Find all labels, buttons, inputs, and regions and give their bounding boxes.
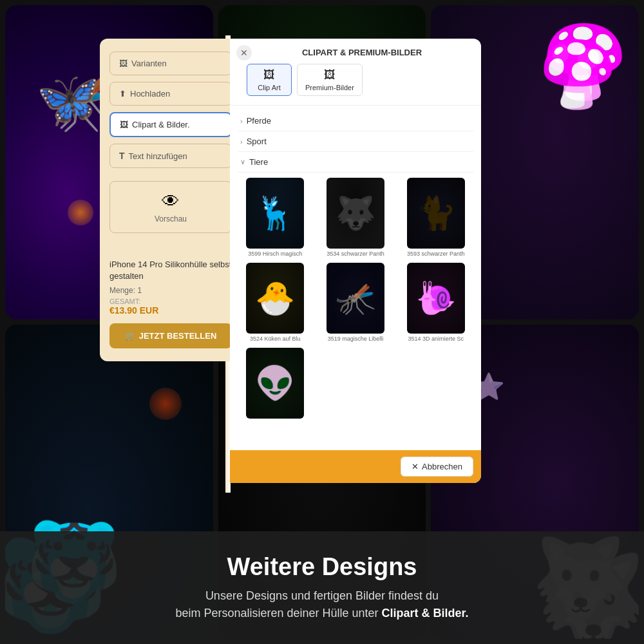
cart-icon: 🛒 [125, 331, 135, 341]
close-button[interactable]: ✕ [236, 45, 252, 61]
clipart-tab-icon: 🖼 [263, 68, 275, 82]
clipart-button-label: Clipart & Bilder. [132, 120, 190, 129]
image-label-wolf-black: 3534 schwarzer Panth [327, 251, 384, 258]
sport-label: Sport [247, 137, 267, 146]
image-thumb-panther: 🐈 [407, 178, 465, 249]
image-thumb-wolf-black: 🐺 [327, 178, 384, 249]
premium-tab-label: Premium-Bilder [305, 84, 354, 91]
bottom-bar: ✕ Abbrechen [230, 450, 481, 483]
cancel-icon: ✕ [412, 462, 419, 471]
content-area: › Pferde › Sport ∨ Tiere 🦌 3599 Hirsch m… [230, 106, 481, 450]
image-card-dragonfly2[interactable]: 🦟 3519 magische Libelli [318, 263, 393, 343]
hochladen-label: Hochladen [130, 89, 170, 99]
right-panel: ✕ CLIPART & PREMIUM-BILDER 🖼 Clip Art 🖼 … [230, 39, 481, 483]
category-tiere[interactable]: ∨ Tiere [238, 152, 473, 173]
text-icon: T [119, 151, 125, 161]
tiere-chevron: ∨ [240, 158, 245, 166]
gesamt-label: GESAMT: [109, 298, 232, 305]
banner-title: Weitere Designs [227, 553, 417, 581]
image-label-deer: 3599 Hirsch magisch [248, 251, 302, 258]
preview-button[interactable]: 👁 Vorschau [109, 181, 232, 233]
panel-title: CLIPART & PREMIUM-BILDER [240, 48, 471, 57]
images-grid: 🦌 3599 Hirsch magisch 🐺 3534 schwarzer P… [238, 173, 473, 426]
preview-label: Vorschau [155, 214, 187, 223]
cancel-label: Abbrechen [422, 462, 462, 471]
banner-desc-bold: Clipart & Bilder. [382, 607, 469, 620]
banner-description: Unsere Designs und fertigen Bilder finde… [175, 587, 468, 622]
product-title: iPhone 14 Pro Silikonhülle selbst gestal… [109, 259, 232, 282]
clipart-button-icon: 🖼 [120, 120, 128, 129]
image-label-snail: 3514 3D animierte Sc [408, 336, 464, 343]
product-menge: Menge: 1 [109, 286, 232, 295]
image-card-chick[interactable]: 🐣 3524 Küken auf Blu [238, 263, 313, 343]
text-button[interactable]: T Text hinzufügen [109, 144, 232, 168]
image-label-chick: 3524 Küken auf Blu [250, 336, 301, 343]
image-thumb-snail: 🐌 [407, 263, 465, 334]
image-card-snail[interactable]: 🐌 3514 3D animierte Sc [398, 263, 473, 343]
clipart-tab-label: Clip Art [258, 84, 280, 91]
premium-tab-icon: 🖼 [324, 68, 336, 82]
category-sport[interactable]: › Sport [238, 131, 473, 152]
tab-clipart[interactable]: 🖼 Clip Art [247, 64, 292, 96]
image-card-deer[interactable]: 🦌 3599 Hirsch magisch [238, 178, 313, 258]
image-card-panther[interactable]: 🐈 3593 schwarzer Panth [398, 178, 473, 258]
image-label-panther: 3593 schwarzer Panth [407, 251, 465, 258]
eye-icon: 👁 [162, 191, 180, 212]
tabs-row: 🖼 Clip Art 🖼 Premium-Bilder [240, 64, 471, 99]
pferde-label: Pferde [247, 116, 271, 126]
product-price: €13.90 EUR [109, 305, 232, 316]
close-icon: ✕ [240, 48, 248, 58]
right-header: ✕ CLIPART & PREMIUM-BILDER 🖼 Clip Art 🖼 … [230, 39, 481, 106]
hochladen-button[interactable]: ⬆ Hochladen [109, 82, 232, 106]
pferde-chevron: › [240, 117, 243, 125]
bottom-banner: Weitere Designs Unsere Designs und ferti… [0, 531, 644, 644]
order-button[interactable]: 🛒 JETZT BESTELLEN [109, 323, 232, 348]
category-pferde[interactable]: › Pferde [238, 111, 473, 131]
image-thumb-dragonfly2: 🦟 [327, 263, 384, 334]
varianten-label: Varianten [131, 59, 167, 68]
tiere-label: Tiere [249, 157, 268, 167]
image-thumb-alien: 👽 [246, 348, 304, 419]
image-thumb-chick: 🐣 [246, 263, 304, 334]
image-label-dragonfly2: 3519 magische Libelli [328, 336, 384, 343]
cancel-button[interactable]: ✕ Abbrechen [401, 457, 473, 477]
product-info: iPhone 14 Pro Silikonhülle selbst gestal… [109, 240, 232, 348]
image-thumb-deer: 🦌 [246, 178, 304, 249]
tab-premium[interactable]: 🖼 Premium-Bilder [297, 64, 363, 96]
image-card-alien[interactable]: 👽 [238, 348, 313, 421]
left-panel: 🖼 Varianten ⬆ Hochladen 🖼 Clipart & Bild… [100, 39, 242, 361]
order-label: JETZT BESTELLEN [139, 331, 217, 341]
hochladen-icon: ⬆ [119, 89, 126, 99]
sport-chevron: › [240, 138, 243, 146]
clipart-button[interactable]: 🖼 Clipart & Bilder. [109, 112, 232, 137]
image-card-wolf-black[interactable]: 🐺 3534 schwarzer Panth [318, 178, 393, 258]
varianten-icon: 🖼 [119, 59, 128, 68]
varianten-button[interactable]: 🖼 Varianten [109, 52, 232, 75]
text-label: Text hinzufügen [129, 151, 187, 161]
